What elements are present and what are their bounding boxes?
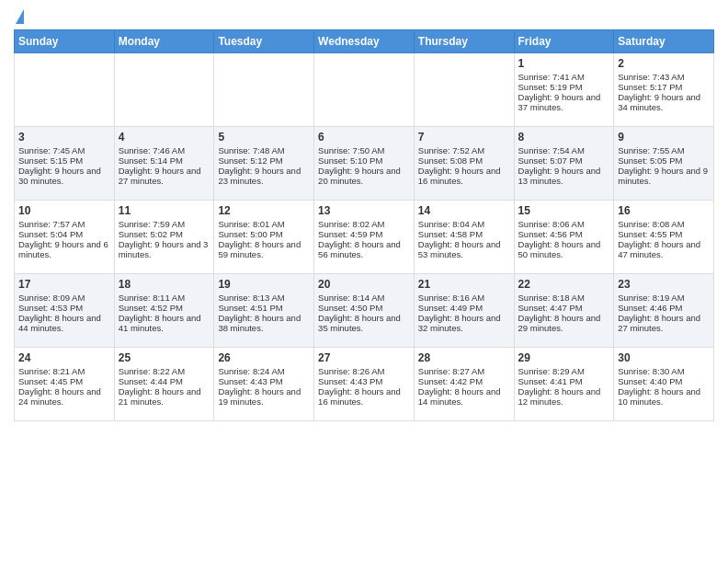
sunrise-text: Sunrise: 7:46 AM — [119, 145, 210, 155]
daylight-text: Daylight: 9 hours and 27 minutes. — [119, 166, 210, 186]
sunrise-text: Sunrise: 8:22 AM — [119, 366, 210, 376]
sunset-text: Sunset: 5:19 PM — [518, 82, 610, 92]
sunset-text: Sunset: 4:55 PM — [618, 229, 710, 239]
weekday-header: Sunday — [15, 30, 115, 53]
day-number: 25 — [119, 351, 210, 364]
calendar-cell — [414, 53, 514, 127]
sunset-text: Sunset: 5:12 PM — [218, 155, 310, 166]
page-container: SundayMondayTuesdayWednesdayThursdayFrid… — [0, 0, 728, 431]
sunset-text: Sunset: 4:51 PM — [218, 303, 310, 313]
sunrise-text: Sunrise: 7:43 AM — [618, 72, 710, 82]
daylight-text: Daylight: 8 hours and 35 minutes. — [318, 313, 410, 333]
day-number: 13 — [318, 204, 410, 217]
sunrise-text: Sunrise: 7:57 AM — [18, 219, 110, 229]
calendar-cell: 10Sunrise: 7:57 AMSunset: 5:04 PMDayligh… — [15, 201, 115, 274]
calendar-cell: 22Sunrise: 8:18 AMSunset: 4:47 PMDayligh… — [514, 274, 614, 348]
sunrise-text: Sunrise: 8:19 AM — [618, 293, 710, 303]
sunset-text: Sunset: 5:04 PM — [18, 229, 110, 239]
daylight-text: Daylight: 9 hours and 13 minutes. — [518, 166, 610, 186]
day-number: 8 — [518, 131, 610, 144]
calendar-week-row: 24Sunrise: 8:21 AMSunset: 4:45 PMDayligh… — [15, 348, 714, 421]
calendar-cell: 12Sunrise: 8:01 AMSunset: 5:00 PMDayligh… — [214, 201, 314, 274]
day-number: 1 — [518, 57, 610, 70]
calendar-cell: 29Sunrise: 8:29 AMSunset: 4:41 PMDayligh… — [514, 348, 614, 421]
sunrise-text: Sunrise: 8:16 AM — [418, 293, 510, 303]
sunrise-text: Sunrise: 7:52 AM — [418, 145, 510, 155]
sunrise-text: Sunrise: 8:21 AM — [18, 366, 110, 376]
weekday-header: Saturday — [614, 30, 714, 53]
sunset-text: Sunset: 4:49 PM — [418, 303, 510, 313]
sunset-text: Sunset: 5:07 PM — [518, 155, 610, 166]
day-number: 20 — [318, 278, 410, 291]
day-number: 10 — [18, 204, 110, 217]
calendar-cell: 30Sunrise: 8:30 AMSunset: 4:40 PMDayligh… — [614, 348, 714, 421]
day-number: 24 — [18, 351, 110, 364]
sunrise-text: Sunrise: 8:26 AM — [318, 366, 410, 376]
daylight-text: Daylight: 8 hours and 14 minutes. — [418, 386, 510, 407]
calendar-cell: 14Sunrise: 8:04 AMSunset: 4:58 PMDayligh… — [414, 201, 514, 274]
sunset-text: Sunset: 4:59 PM — [318, 229, 410, 239]
sunset-text: Sunset: 4:52 PM — [119, 303, 210, 313]
daylight-text: Daylight: 8 hours and 38 minutes. — [218, 313, 310, 333]
weekday-header-row: SundayMondayTuesdayWednesdayThursdayFrid… — [15, 30, 714, 53]
sunrise-text: Sunrise: 7:55 AM — [618, 145, 710, 155]
calendar-cell: 16Sunrise: 8:08 AMSunset: 4:55 PMDayligh… — [614, 201, 714, 274]
sunrise-text: Sunrise: 8:11 AM — [119, 293, 210, 303]
sunrise-text: Sunrise: 7:48 AM — [218, 145, 310, 155]
daylight-text: Daylight: 8 hours and 44 minutes. — [18, 313, 110, 333]
calendar-cell: 9Sunrise: 7:55 AMSunset: 5:05 PMDaylight… — [614, 127, 714, 201]
calendar-cell: 20Sunrise: 8:14 AMSunset: 4:50 PMDayligh… — [314, 274, 415, 348]
sunset-text: Sunset: 4:50 PM — [318, 303, 410, 313]
sunrise-text: Sunrise: 8:06 AM — [518, 219, 610, 229]
sunrise-text: Sunrise: 7:50 AM — [318, 145, 410, 155]
daylight-text: Daylight: 8 hours and 59 minutes. — [218, 239, 310, 259]
daylight-text: Daylight: 9 hours and 9 minutes. — [618, 166, 710, 186]
calendar-cell: 19Sunrise: 8:13 AMSunset: 4:51 PMDayligh… — [214, 274, 314, 348]
calendar-cell: 24Sunrise: 8:21 AMSunset: 4:45 PMDayligh… — [15, 348, 115, 421]
calendar-cell: 7Sunrise: 7:52 AMSunset: 5:08 PMDaylight… — [414, 127, 514, 201]
sunrise-text: Sunrise: 7:41 AM — [518, 72, 610, 82]
sunset-text: Sunset: 4:43 PM — [218, 376, 310, 386]
sunset-text: Sunset: 5:08 PM — [418, 155, 510, 166]
day-number: 14 — [418, 204, 510, 217]
sunrise-text: Sunrise: 8:08 AM — [618, 219, 710, 229]
weekday-header: Wednesday — [314, 30, 415, 53]
sunset-text: Sunset: 4:42 PM — [418, 376, 510, 386]
day-number: 9 — [618, 131, 710, 144]
calendar-cell: 4Sunrise: 7:46 AMSunset: 5:14 PMDaylight… — [114, 127, 214, 201]
daylight-text: Daylight: 8 hours and 21 minutes. — [119, 386, 210, 407]
weekday-header: Friday — [514, 30, 614, 53]
calendar-cell: 28Sunrise: 8:27 AMSunset: 4:42 PMDayligh… — [414, 348, 514, 421]
day-number: 3 — [18, 131, 110, 144]
day-number: 30 — [618, 351, 710, 364]
sunset-text: Sunset: 4:58 PM — [418, 229, 510, 239]
logo — [14, 9, 24, 22]
daylight-text: Daylight: 9 hours and 34 minutes. — [618, 92, 710, 112]
daylight-text: Daylight: 8 hours and 10 minutes. — [618, 386, 710, 407]
calendar-cell: 8Sunrise: 7:54 AMSunset: 5:07 PMDaylight… — [514, 127, 614, 201]
sunset-text: Sunset: 4:41 PM — [518, 376, 610, 386]
day-number: 27 — [318, 351, 410, 364]
sunrise-text: Sunrise: 8:04 AM — [418, 219, 510, 229]
weekday-header: Tuesday — [214, 30, 314, 53]
day-number: 21 — [418, 278, 510, 291]
daylight-text: Daylight: 9 hours and 20 minutes. — [318, 166, 410, 186]
day-number: 2 — [618, 57, 710, 70]
day-number: 5 — [218, 131, 310, 144]
day-number: 22 — [518, 278, 610, 291]
calendar-cell: 25Sunrise: 8:22 AMSunset: 4:44 PMDayligh… — [114, 348, 214, 421]
daylight-text: Daylight: 8 hours and 56 minutes. — [318, 239, 410, 259]
daylight-text: Daylight: 9 hours and 30 minutes. — [18, 166, 110, 186]
daylight-text: Daylight: 8 hours and 29 minutes. — [518, 313, 610, 333]
day-number: 11 — [119, 204, 210, 217]
day-number: 18 — [119, 278, 210, 291]
sunrise-text: Sunrise: 7:54 AM — [518, 145, 610, 155]
calendar-week-row: 1Sunrise: 7:41 AMSunset: 5:19 PMDaylight… — [15, 53, 714, 127]
sunrise-text: Sunrise: 8:01 AM — [218, 219, 310, 229]
sunset-text: Sunset: 5:15 PM — [18, 155, 110, 166]
sunset-text: Sunset: 5:14 PM — [119, 155, 210, 166]
calendar-cell: 27Sunrise: 8:26 AMSunset: 4:43 PMDayligh… — [314, 348, 415, 421]
calendar-cell: 18Sunrise: 8:11 AMSunset: 4:52 PMDayligh… — [114, 274, 214, 348]
sunrise-text: Sunrise: 8:13 AM — [218, 293, 310, 303]
sunset-text: Sunset: 4:53 PM — [18, 303, 110, 313]
